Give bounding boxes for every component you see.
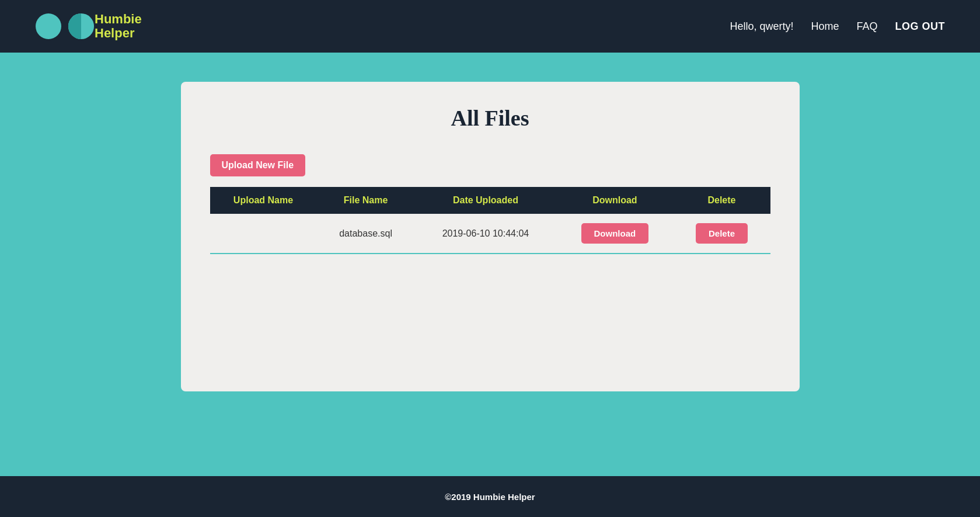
main-content: All Files Upload New File Upload Name Fi… xyxy=(0,53,980,476)
logo-text: Humbie Helper xyxy=(95,12,142,40)
nav-links: Hello, qwerty! Home FAQ LOG OUT xyxy=(730,20,945,33)
upload-new-file-button[interactable]: Upload New File xyxy=(210,154,306,176)
logo: Humbie Helper xyxy=(35,12,142,40)
cell-file-name: database.sql xyxy=(316,214,414,254)
logo-icon xyxy=(35,13,62,40)
nav-logout-link[interactable]: LOG OUT xyxy=(895,20,946,33)
col-header-download: Download xyxy=(556,187,673,214)
logo-line1: Humbie xyxy=(95,12,142,26)
logo-line2: Helper xyxy=(95,26,142,40)
nav-home-link[interactable]: Home xyxy=(811,20,839,33)
svg-point-1 xyxy=(37,15,54,38)
files-card: All Files Upload New File Upload Name Fi… xyxy=(181,82,800,391)
navbar: Humbie Helper Hello, qwerty! Home FAQ LO… xyxy=(0,0,980,53)
cell-download: Download xyxy=(556,214,673,254)
table-body: database.sql 2019-06-10 10:44:04 Downloa… xyxy=(210,214,770,254)
footer: ©2019 Humbie Helper xyxy=(0,476,980,517)
footer-copyright: ©2019 Humbie Helper xyxy=(445,492,535,502)
col-header-file-name: File Name xyxy=(316,187,414,214)
col-header-date-uploaded: Date Uploaded xyxy=(415,187,557,214)
col-header-upload-name: Upload Name xyxy=(210,187,317,214)
greeting-text: Hello, qwerty! xyxy=(730,20,793,33)
logo-circle xyxy=(68,13,95,40)
nav-faq-link[interactable]: FAQ xyxy=(856,20,877,33)
cell-delete: Delete xyxy=(673,214,770,254)
files-table: Upload Name File Name Date Uploaded Down… xyxy=(210,187,770,254)
table-header: Upload Name File Name Date Uploaded Down… xyxy=(210,187,770,214)
col-header-delete: Delete xyxy=(673,187,770,214)
page-title: All Files xyxy=(210,105,770,131)
cell-upload-name xyxy=(210,214,317,254)
table-row: database.sql 2019-06-10 10:44:04 Downloa… xyxy=(210,214,770,254)
download-button[interactable]: Download xyxy=(581,223,649,244)
delete-button[interactable]: Delete xyxy=(696,223,748,244)
cell-date-uploaded: 2019-06-10 10:44:04 xyxy=(415,214,557,254)
